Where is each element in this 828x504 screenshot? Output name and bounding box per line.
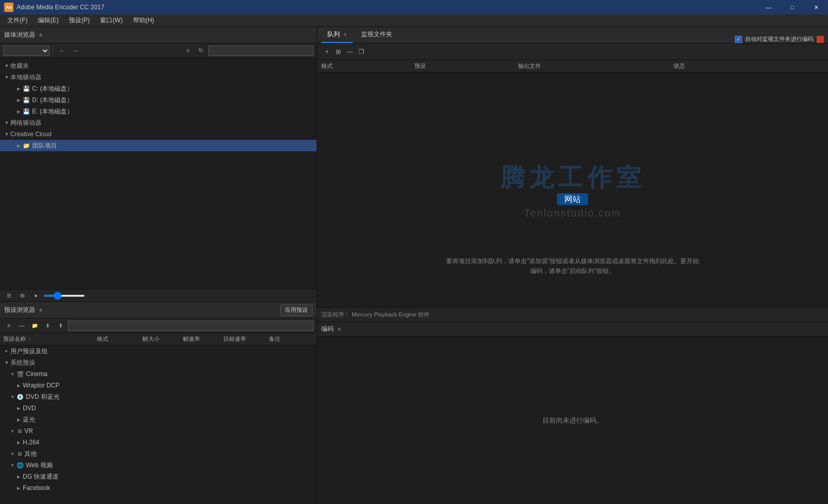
facebook-item[interactable]: ▶ Facebook	[0, 482, 317, 494]
h264-item[interactable]: ▶ H.264	[0, 437, 317, 448]
encode-panel: 编码 ≡ 目前尚未进行编码。	[317, 322, 828, 504]
filter-button[interactable]: ▿	[182, 45, 194, 56]
team-projects-icon: 📁	[23, 142, 30, 149]
checkmark-icon: ✓	[736, 37, 740, 42]
add-source-button[interactable]: +	[321, 46, 333, 57]
import-preset-button[interactable]: ⬇	[42, 320, 53, 332]
user-presets-label: 用户预设及组	[10, 347, 48, 356]
dg-fast-item[interactable]: ▶ DG 快速通道	[0, 471, 317, 482]
wraptor-item[interactable]: ▶ Wraptor DCP	[0, 380, 317, 391]
copy-item-button[interactable]: ❐	[355, 46, 367, 57]
favorites-section[interactable]: ▼ 收藏夹	[0, 60, 317, 71]
facebook-label: Facebook	[23, 484, 50, 492]
refresh-button[interactable]: ↻	[195, 45, 207, 56]
menu-edit[interactable]: 编辑(E)	[33, 15, 64, 27]
minimize-button[interactable]: —	[756, 0, 780, 15]
remove-preset-button[interactable]: —	[16, 320, 27, 332]
encode-empty-text: 目前尚未进行编码。	[543, 416, 603, 425]
left-panel: 媒体浏览器 ≡ ← → ▿ ↻ ▼ 收藏夹	[0, 27, 317, 504]
drive-d-item[interactable]: ▶ 💾 D: (本地磁盘）	[0, 94, 317, 106]
local-drives-label: 本地驱动器	[10, 73, 41, 82]
queue-toolbar: + ⊞ — ❐	[317, 44, 828, 60]
network-drives-section[interactable]: ▼ 网络驱动器	[0, 117, 317, 128]
dg-fast-arrow: ▶	[16, 473, 22, 480]
bottom-right-section: 渲染程序： Mercury Playback Engine 软件 编码 ≡ 目前…	[317, 307, 828, 504]
wraptor-arrow: ▶	[16, 382, 22, 388]
dvd-label: DVD	[23, 405, 36, 412]
drive-e-item[interactable]: ▶ 💾 E: (本地磁盘）	[0, 106, 317, 117]
cinema-item[interactable]: ▼ 🎬 Cinema	[0, 368, 317, 380]
team-projects-item[interactable]: ▶ 📁 团队项目	[0, 140, 317, 151]
other-label: 其他	[24, 450, 37, 458]
dvd-bluray-label: DVD 和蓝光	[26, 393, 60, 401]
local-drives-section[interactable]: ▼ 本地驱动器	[0, 71, 317, 83]
user-presets-arrow: ▼	[3, 348, 9, 354]
queue-tabs: 队列 ≡ 监视文件夹 ✓ 自动对监视文件夹进行编码	[317, 27, 828, 44]
preset-browser-menu-icon[interactable]: ≡	[39, 307, 42, 313]
auto-encode-area: ✓ 自动对监视文件夹进行编码	[735, 35, 824, 43]
menu-file[interactable]: 文件(F)	[2, 15, 33, 27]
web-video-item[interactable]: ▼ 🌐 Web 视频	[0, 459, 317, 471]
menubar: 文件(F) 编辑(E) 预设(P) 窗口(W) 帮助(H)	[0, 15, 828, 27]
maximize-button[interactable]: □	[780, 0, 804, 15]
col-preset-framerate: 帧速率	[183, 335, 219, 343]
drive-c-label: C: (本地磁盘）	[32, 84, 73, 93]
dvd-item[interactable]: ▶ DVD	[0, 402, 317, 414]
tab-monitor[interactable]: 监视文件夹	[355, 27, 398, 43]
add-preset-button[interactable]: +	[3, 320, 15, 332]
zoom-button[interactable]: ●	[30, 290, 41, 301]
auto-encode-checkbox[interactable]: ✓	[735, 36, 742, 43]
queue-column-header: 格式 预设 输出文件 状态	[317, 60, 828, 73]
apply-preset-button[interactable]: 应用预设	[280, 305, 312, 316]
other-item[interactable]: ▼ 🖥 其他	[0, 448, 317, 459]
zoom-slider[interactable]	[44, 295, 85, 297]
vr-item[interactable]: ▼ 🖥 VR	[0, 425, 317, 437]
drive-d-icon: 💾	[23, 97, 30, 104]
media-browser-toolbar: ← → ▿ ↻	[0, 44, 317, 58]
export-preset-button[interactable]: ⬆	[55, 320, 66, 332]
render-value: Mercury Playback Engine 软件	[352, 311, 430, 319]
system-presets-item[interactable]: ▼ 系统预设	[0, 357, 317, 368]
stop-encode-button[interactable]	[817, 36, 824, 43]
preset-browser-header: 预设浏览器 ≡ 应用预设	[0, 302, 317, 319]
grid-view-button[interactable]: ⊞	[17, 290, 28, 301]
nav-forward-button[interactable]: →	[69, 45, 81, 56]
encode-menu-icon[interactable]: ≡	[338, 326, 341, 332]
remove-item-button[interactable]: —	[344, 46, 355, 57]
list-view-button[interactable]: ☰	[3, 290, 15, 301]
nav-back-button[interactable]: ←	[56, 45, 68, 56]
other-icon: 🖥	[17, 451, 22, 457]
queue-area: 腾龙工作室 网站 Tenlonstudio.com 要将项目添加到队列，请单击"…	[317, 73, 828, 307]
qcol-output: 输出文件	[518, 62, 674, 70]
user-presets-item[interactable]: ▼ 用户预设及组	[0, 345, 317, 357]
new-group-button[interactable]: 📁	[29, 320, 40, 332]
cinema-arrow: ▼	[9, 371, 16, 377]
duplicate-item-button[interactable]: ⊞	[333, 46, 344, 57]
media-browser-menu-icon[interactable]: ≡	[39, 32, 42, 38]
media-tree: ▼ 收藏夹 ▼ 本地驱动器 ▶ 💾 C: (本地磁盘） ▶ 💾 D: (本地磁盘…	[0, 58, 317, 289]
encode-header: 编码 ≡	[317, 322, 828, 337]
window-controls: — □ ✕	[756, 0, 828, 15]
drive-c-item[interactable]: ▶ 💾 C: (本地磁盘）	[0, 83, 317, 94]
preset-browser-title: 预设浏览器	[4, 306, 35, 314]
network-drives-label: 网络驱动器	[10, 119, 41, 127]
preset-search-input[interactable]	[68, 321, 313, 331]
close-button[interactable]: ✕	[804, 0, 828, 15]
svg-point-1	[531, 149, 614, 232]
menu-window[interactable]: 窗口(W)	[95, 15, 127, 27]
preset-toolbar: + — 📁 ⬇ ⬆	[0, 319, 317, 333]
drive-d-label: D: (本地磁盘）	[32, 96, 73, 105]
media-browser-dropdown[interactable]	[3, 46, 50, 56]
creative-cloud-section[interactable]: ▼ Creative Cloud	[0, 128, 317, 140]
dvd-bluray-item[interactable]: ▼ 💿 DVD 和蓝光	[0, 391, 317, 402]
vr-icon: 🖥	[17, 428, 22, 434]
bluray-item[interactable]: ▶ 蓝光	[0, 414, 317, 425]
menu-help[interactable]: 帮助(H)	[128, 15, 160, 27]
tab-queue[interactable]: 队列 ≡	[321, 27, 353, 43]
menu-preset[interactable]: 预设(P)	[64, 15, 95, 27]
favorites-arrow: ▼	[3, 63, 10, 68]
team-projects-arrow: ▶	[16, 142, 22, 149]
media-search-input[interactable]	[208, 46, 314, 56]
team-projects-label: 团队项目	[32, 141, 57, 150]
media-bottom-toolbar: ☰ ⊞ ●	[0, 289, 317, 301]
